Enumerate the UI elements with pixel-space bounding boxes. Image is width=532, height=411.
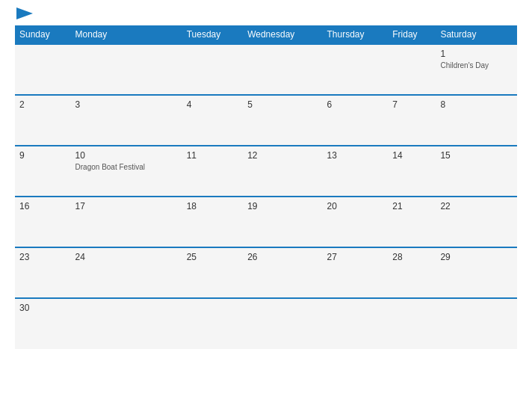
calendar-day: 28	[388, 247, 436, 298]
header-thursday: Thursday	[322, 25, 388, 44]
calendar-day: 2	[15, 95, 71, 146]
day-headers-row: Sunday Monday Tuesday Wednesday Thursday…	[15, 25, 517, 44]
day-number: 23	[19, 252, 66, 262]
calendar-day	[388, 44, 436, 95]
calendar-day: 7	[388, 95, 436, 146]
day-number: 12	[247, 150, 318, 161]
calendar-day	[243, 298, 322, 349]
calendar-day: 25	[182, 247, 243, 298]
calendar-day: 27	[322, 247, 388, 298]
header-tuesday: Tuesday	[182, 25, 243, 44]
calendar-day: 23	[15, 247, 71, 298]
day-number: 21	[392, 201, 431, 211]
page-header	[15, 7, 517, 19]
day-number: 3	[75, 99, 178, 110]
calendar-day: 4	[182, 95, 243, 146]
calendar-day: 17	[71, 197, 182, 247]
header-sunday: Sunday	[15, 25, 71, 44]
day-number: 28	[392, 252, 431, 262]
day-number: 26	[247, 252, 318, 262]
day-number: 13	[327, 150, 383, 161]
calendar-day	[436, 298, 517, 349]
calendar-day: 16	[15, 197, 71, 247]
svg-marker-0	[16, 7, 33, 19]
calendar-page: Sunday Monday Tuesday Wednesday Thursday…	[0, 0, 532, 411]
calendar-day	[182, 44, 243, 95]
calendar-day: 10Dragon Boat Festival	[71, 146, 182, 197]
calendar-day: 20	[322, 197, 388, 247]
day-number: 1	[440, 49, 513, 59]
day-number: 2	[19, 99, 66, 110]
day-number: 16	[19, 201, 66, 211]
day-number: 4	[187, 99, 238, 110]
day-number: 6	[327, 99, 383, 110]
calendar-week-row: 16171819202122	[15, 197, 517, 247]
day-number: 18	[187, 201, 238, 211]
day-number: 14	[392, 150, 431, 161]
calendar-day: 30	[15, 298, 71, 349]
calendar-week-row: 23242526272829	[15, 247, 517, 298]
holiday-label: Dragon Boat Festival	[75, 162, 178, 172]
calendar-day: 13	[322, 146, 388, 197]
calendar-day: 24	[71, 247, 182, 298]
calendar-day	[71, 44, 182, 95]
header-monday: Monday	[71, 25, 182, 44]
logo	[15, 7, 33, 19]
calendar-day: 1Children's Day	[436, 44, 517, 95]
day-number: 20	[327, 201, 383, 211]
day-number: 19	[247, 201, 318, 211]
calendar-day: 3	[71, 95, 182, 146]
day-number: 9	[19, 150, 66, 161]
calendar-day: 6	[322, 95, 388, 146]
calendar-header: Sunday Monday Tuesday Wednesday Thursday…	[15, 25, 517, 44]
header-saturday: Saturday	[436, 25, 517, 44]
calendar-day: 11	[182, 146, 243, 197]
day-number: 8	[440, 99, 513, 110]
calendar-day: 18	[182, 197, 243, 247]
day-number: 5	[247, 99, 318, 110]
calendar-day	[322, 298, 388, 349]
calendar-body: 1Children's Day2345678910Dragon Boat Fes…	[15, 44, 517, 349]
day-number: 22	[440, 201, 513, 211]
day-number: 15	[440, 150, 513, 161]
calendar-day	[182, 298, 243, 349]
calendar-day: 14	[388, 146, 436, 197]
day-number: 7	[392, 99, 431, 110]
calendar-day: 21	[388, 197, 436, 247]
calendar-table: Sunday Monday Tuesday Wednesday Thursday…	[15, 25, 517, 349]
calendar-day: 26	[243, 247, 322, 298]
day-number: 27	[327, 252, 383, 262]
calendar-day: 9	[15, 146, 71, 197]
day-number: 30	[19, 303, 66, 313]
day-number: 11	[187, 150, 238, 161]
day-number: 17	[75, 201, 178, 211]
logo-flag-icon	[16, 7, 33, 19]
calendar-day	[71, 298, 182, 349]
calendar-week-row: 30	[15, 298, 517, 349]
calendar-day: 5	[243, 95, 322, 146]
day-number: 25	[187, 252, 238, 262]
calendar-day: 8	[436, 95, 517, 146]
calendar-day	[243, 44, 322, 95]
calendar-day: 22	[436, 197, 517, 247]
day-number: 29	[440, 252, 513, 262]
calendar-day	[15, 44, 71, 95]
calendar-day	[388, 298, 436, 349]
calendar-day	[322, 44, 388, 95]
day-number: 10	[75, 150, 178, 161]
calendar-week-row: 2345678	[15, 95, 517, 146]
calendar-day: 29	[436, 247, 517, 298]
header-wednesday: Wednesday	[243, 25, 322, 44]
calendar-day: 19	[243, 197, 322, 247]
calendar-week-row: 1Children's Day	[15, 44, 517, 95]
calendar-week-row: 910Dragon Boat Festival1112131415	[15, 146, 517, 197]
header-friday: Friday	[388, 25, 436, 44]
holiday-label: Children's Day	[440, 61, 513, 70]
calendar-day: 12	[243, 146, 322, 197]
calendar-day: 15	[436, 146, 517, 197]
day-number: 24	[75, 252, 178, 262]
